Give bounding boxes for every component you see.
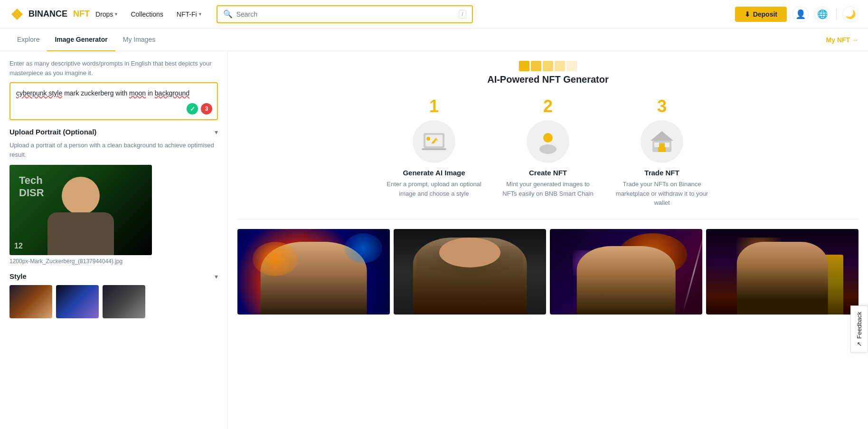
drops-chevron-icon: ▾ xyxy=(115,11,117,17)
step-2: 2 Create NFT Mint your generated images … xyxy=(500,96,595,208)
right-panel: AI-Powered NFT Generator 1 xyxy=(228,51,868,429)
upload-section-title: Upload Portrait (Optional) xyxy=(9,128,96,136)
step-2-number: 2 xyxy=(543,96,553,116)
step-3-desc: Trade your NFTs on Binance marketplace o… xyxy=(614,180,709,208)
gallery-3-streak xyxy=(682,230,702,313)
step-3-number: 3 xyxy=(657,96,667,116)
language-button[interactable]: 🌐 xyxy=(814,6,830,22)
deposit-button[interactable]: ⬇ Deposit xyxy=(735,7,787,22)
prompt-display: cyberpunk style mark zuckerberg with moo… xyxy=(16,88,211,98)
steps-row: 1 Generate AI Image Enter a prompt, uplo… xyxy=(387,96,709,208)
prompt-badges: ✓ 3 xyxy=(187,103,212,114)
gallery-grid xyxy=(237,229,859,315)
ai-logo-block-2 xyxy=(531,61,541,71)
svg-marker-18 xyxy=(651,131,673,141)
badge-green-icon: ✓ xyxy=(190,105,195,113)
upload-section-header[interactable]: Upload Portrait (Optional) ▾ xyxy=(9,128,218,136)
logo[interactable]: BINANCE NFT xyxy=(9,7,90,22)
svg-point-16 xyxy=(539,144,557,154)
feedback-label: Feedback xyxy=(856,312,863,339)
step-1-desc: Enter a prompt, upload an optional image… xyxy=(387,180,481,198)
gallery-2-content xyxy=(394,229,546,315)
gallery-4-figure xyxy=(736,242,828,315)
step-1-icon xyxy=(413,120,455,163)
gallery-1-glow2 xyxy=(344,233,382,263)
step-2-label: Create NFT xyxy=(529,169,567,177)
theme-toggle-button[interactable]: 🌙 xyxy=(842,6,859,22)
prompt-word-moon: moon xyxy=(129,89,146,97)
step-2-svg xyxy=(536,129,560,154)
nftfi-chevron-icon: ▾ xyxy=(199,11,201,17)
deposit-icon: ⬇ xyxy=(745,10,750,18)
step-1-svg xyxy=(422,131,446,152)
tabs-bar: Explore Image Generator My Images My NFT… xyxy=(0,29,868,51)
navbar-divider xyxy=(836,9,837,20)
prompt-word-cyberpunk: cyberpunk style xyxy=(16,89,62,97)
step-1-number: 1 xyxy=(429,96,439,116)
upload-description: Upload a portrait of a person with a cle… xyxy=(9,141,218,159)
ai-generator-section: AI-Powered NFT Generator 1 xyxy=(237,61,859,219)
style-chevron-icon: ▾ xyxy=(215,273,218,280)
prompt-word-mark: mark zuckerberg with xyxy=(64,89,129,97)
svg-rect-20 xyxy=(654,143,659,147)
ai-logo-block-1 xyxy=(519,61,529,71)
upload-filename: 1200px-Mark_Zuckerberg_(8137944044).jpg xyxy=(9,258,218,265)
portrait-number: 12 xyxy=(14,242,23,250)
prompt-textarea-wrap[interactable]: cyberpunk style mark zuckerberg with moo… xyxy=(9,82,218,120)
prompt-word-in: in xyxy=(148,89,155,97)
globe-icon: 🌐 xyxy=(817,9,828,19)
style-thumb-1[interactable] xyxy=(9,285,52,318)
tab-my-images[interactable]: My Images xyxy=(115,29,163,51)
badge-red-count: 3 xyxy=(205,105,208,112)
ai-generator-title: AI-Powered NFT Generator xyxy=(487,74,609,85)
badge-green: ✓ xyxy=(187,103,198,114)
upload-chevron-icon: ▾ xyxy=(215,128,218,136)
svg-rect-12 xyxy=(422,148,446,150)
style-section-header[interactable]: Style ▾ xyxy=(9,272,218,280)
feedback-icon: ↗ xyxy=(856,342,863,347)
nav-drops[interactable]: Drops ▾ xyxy=(90,7,123,22)
badge-red: 3 xyxy=(201,103,212,114)
gallery-item-1[interactable] xyxy=(237,229,390,315)
user-icon: 👤 xyxy=(795,9,806,19)
user-account-button[interactable]: 👤 xyxy=(793,6,809,22)
gallery-section xyxy=(237,229,859,315)
svg-point-15 xyxy=(543,133,553,143)
gallery-1-content xyxy=(237,229,390,315)
style-thumb-2[interactable] xyxy=(56,285,99,318)
portrait-body xyxy=(47,212,114,255)
ai-logo-row xyxy=(519,61,577,71)
step-1-label: Generate AI Image xyxy=(403,169,465,177)
search-bar[interactable]: 🔍 / xyxy=(217,5,473,23)
gallery-item-4[interactable] xyxy=(706,229,859,315)
style-thumb-3[interactable] xyxy=(103,285,145,318)
step-3-svg xyxy=(650,129,674,154)
svg-point-14 xyxy=(426,137,430,141)
gallery-item-2[interactable] xyxy=(394,229,546,315)
feedback-button[interactable]: ↗ Feedback xyxy=(850,305,868,353)
gallery-item-3[interactable] xyxy=(550,229,702,315)
tab-explore[interactable]: Explore xyxy=(9,29,47,51)
nav-collections[interactable]: Collections xyxy=(125,7,169,22)
ai-logo-block-5 xyxy=(566,61,577,71)
my-nft-link[interactable]: My NFT → xyxy=(826,36,859,44)
prompt-word-background: background xyxy=(155,89,189,97)
gallery-2-head xyxy=(439,238,500,267)
uploaded-portrait[interactable]: TechDISR 12 xyxy=(9,165,152,255)
step-2-desc: Mint your generated images to NFTs easil… xyxy=(500,180,595,198)
svg-rect-19 xyxy=(658,143,666,152)
step-2-icon xyxy=(527,120,569,163)
style-section-title: Style xyxy=(9,272,27,280)
main-layout: Enter as many descriptive words/prompts … xyxy=(0,51,868,429)
step-1: 1 Generate AI Image Enter a prompt, uplo… xyxy=(387,96,481,208)
nav-nftfi[interactable]: NFT-Fi ▾ xyxy=(171,7,207,22)
step-3: 3 Trade NFT Trade your NFTs on Binance m… xyxy=(614,96,709,208)
main-nav: Drops ▾ Collections NFT-Fi ▾ xyxy=(90,7,207,22)
search-icon: 🔍 xyxy=(223,10,233,19)
gallery-3-figure xyxy=(576,246,676,315)
step-3-label: Trade NFT xyxy=(644,169,679,177)
tab-image-generator[interactable]: Image Generator xyxy=(47,29,115,51)
left-panel: Enter as many descriptive words/prompts … xyxy=(0,51,228,429)
binance-logo-icon xyxy=(9,7,25,22)
search-input[interactable] xyxy=(236,10,459,18)
